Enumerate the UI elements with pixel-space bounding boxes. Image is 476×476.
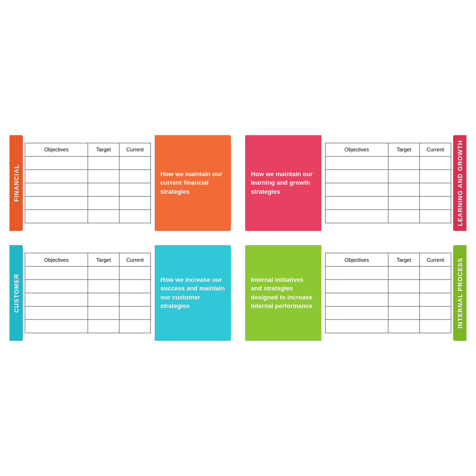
table-row: [25, 293, 151, 307]
customer-quadrant: CUSTOMER Objectives Target Current: [10, 245, 231, 341]
learning-tab: LEARNING AND GROWTH: [453, 135, 466, 231]
financial-col-objectives: Objectives: [25, 143, 88, 156]
learning-quadrant: How we maintain our learning and growth …: [245, 135, 466, 231]
learning-col-objectives: Objectives: [326, 143, 388, 156]
internal-description: Internal initiatives and strategies desi…: [245, 245, 321, 341]
learning-table-wrap: Objectives Target Current: [321, 135, 455, 231]
learning-col-current: Current: [420, 143, 451, 156]
internal-col-objectives: Objectives: [326, 253, 388, 267]
table-row: [25, 320, 151, 333]
learning-description: How we maintain our learning and growth …: [245, 135, 321, 231]
table-row: [326, 183, 451, 196]
table-row: [25, 280, 151, 293]
financial-tab: FINANCIAL: [10, 135, 23, 231]
customer-tab: CUSTOMER: [10, 245, 23, 341]
financial-col-current: Current: [119, 143, 151, 156]
table-row: [326, 196, 451, 209]
learning-table: Objectives Target Current: [325, 143, 451, 223]
table-row: [326, 209, 451, 223]
financial-col-target: Target: [88, 143, 119, 156]
table-row: [326, 320, 451, 333]
customer-col-target: Target: [88, 253, 119, 267]
internal-table-wrap: Objectives Target Current: [321, 245, 455, 341]
customer-table: Objectives Target Current: [25, 253, 151, 333]
internal-table: Objectives Target Current: [325, 253, 451, 333]
table-row: [326, 280, 451, 293]
table-row: [326, 293, 451, 307]
table-row: [326, 156, 451, 169]
learning-col-target: Target: [388, 143, 420, 156]
table-row: [25, 169, 151, 183]
financial-description: How we maintain our current financial st…: [155, 135, 231, 231]
internal-quadrant: Internal initiatives and strategies desi…: [245, 245, 466, 341]
table-row: [326, 307, 451, 320]
table-row: [25, 196, 151, 209]
financial-body: Objectives Target Current How we mainta: [21, 135, 231, 231]
customer-body: Objectives Target Current How we increa: [21, 245, 231, 341]
financial-table-wrap: Objectives Target Current: [21, 135, 155, 231]
customer-table-wrap: Objectives Target Current: [21, 245, 155, 341]
customer-col-current: Current: [119, 253, 151, 267]
internal-col-current: Current: [420, 253, 451, 267]
internal-tab: INTERNAL PROCESS: [453, 245, 466, 341]
learning-body: How we maintain our learning and growth …: [245, 135, 455, 231]
balanced-scorecard: FINANCIAL Objectives Target Current: [10, 135, 466, 341]
table-row: [326, 169, 451, 183]
internal-body: Internal initiatives and strategies desi…: [245, 245, 455, 341]
customer-col-objectives: Objectives: [25, 253, 88, 267]
table-row: [326, 267, 451, 280]
table-row: [25, 183, 151, 196]
table-row: [25, 209, 151, 223]
table-row: [25, 307, 151, 320]
financial-quadrant: FINANCIAL Objectives Target Current: [10, 135, 231, 231]
table-row: [25, 267, 151, 280]
customer-description: How we increase our success and maintain…: [155, 245, 231, 341]
internal-col-target: Target: [388, 253, 420, 267]
table-row: [25, 156, 151, 169]
financial-table: Objectives Target Current: [25, 143, 151, 223]
